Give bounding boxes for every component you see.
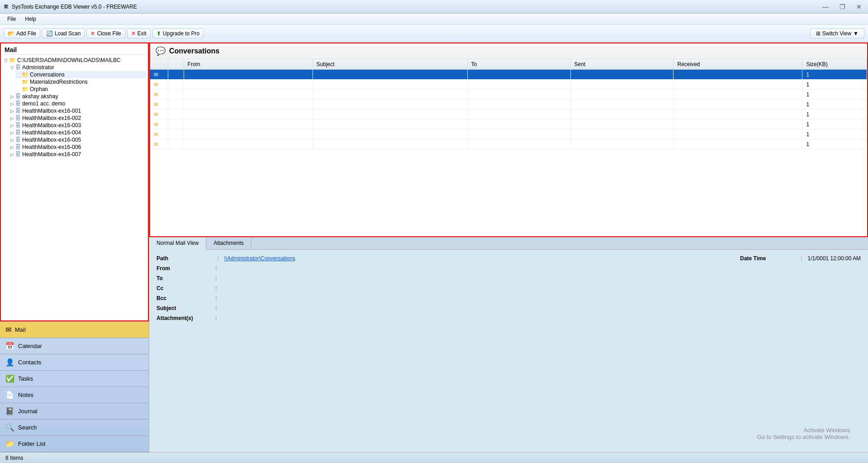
- table-container[interactable]: From Subject To Sent Received Size(KB) ✉: [150, 59, 867, 236]
- nav-search[interactable]: 🔍 Search: [0, 420, 149, 436]
- expand-akshay-icon: ▷: [9, 94, 15, 99]
- nav-journal[interactable]: 📓 Journal: [0, 403, 149, 420]
- nav-folder-list[interactable]: 📁 Folder List: [0, 436, 149, 452]
- cell-size: 1: [802, 129, 867, 139]
- minimize-button[interactable]: —: [820, 2, 831, 11]
- nav-mail[interactable]: ✉ Mail: [0, 322, 149, 338]
- close-file-label: Close File: [97, 30, 121, 37]
- cell-subject: [313, 90, 467, 100]
- load-scan-button[interactable]: 🔄 Load Scan: [42, 29, 85, 38]
- col-status[interactable]: [150, 59, 168, 70]
- cell-received: [674, 129, 802, 139]
- nav-tasks[interactable]: ✅ Tasks: [0, 371, 149, 387]
- table-row[interactable]: ✉ 1: [150, 119, 867, 129]
- tree-root-label: C:\USERS\ADMIN\DOWNLOADS\MAILBC: [17, 57, 121, 63]
- cell-subject: [313, 139, 467, 149]
- akshay-db-icon: 🗄: [15, 93, 21, 100]
- tree-node-conversations[interactable]: 📁 Conversations: [15, 71, 146, 78]
- cell-received: [674, 110, 802, 119]
- tree-node-orphan[interactable]: 📁 Orphan: [15, 86, 146, 93]
- cell-size: 1: [802, 90, 867, 100]
- to-label: To: [157, 275, 215, 282]
- col-size[interactable]: Size(KB): [802, 59, 867, 70]
- col-subject[interactable]: Subject: [313, 59, 467, 70]
- cell-from: [184, 139, 313, 149]
- right-panel: 💬 Conversations From Subject To Sent Rec…: [149, 43, 868, 452]
- col-from[interactable]: From: [184, 59, 313, 70]
- cell-received: [674, 100, 802, 110]
- nav-notes[interactable]: 📄 Notes: [0, 387, 149, 403]
- tree-node-health003[interactable]: ▷ 🗄 HealthMailbox-ex16-003: [9, 122, 146, 129]
- upgrade-button[interactable]: ⬆ Upgrade to Pro: [152, 29, 204, 38]
- cell-received: [674, 119, 802, 129]
- menu-help[interactable]: Help: [20, 15, 41, 23]
- tree-node-health005[interactable]: ▷ 🗄 HealthMailbox-ex16-005: [9, 136, 146, 143]
- conversations-label: Conversations: [30, 72, 65, 78]
- tree-node-health006[interactable]: ▷ 🗄 HealthMailbox-ex16-006: [9, 143, 146, 151]
- col-attach[interactable]: [168, 59, 184, 70]
- tree-node-health007[interactable]: ▷ 🗄 HealthMailbox-ex16-007: [9, 151, 146, 158]
- tree-node-health001[interactable]: ▷ 🗄 HealthMailbox-ex16-001: [9, 107, 146, 115]
- cell-subject: [313, 119, 467, 129]
- table-row[interactable]: ✉ 1: [150, 129, 867, 139]
- cell-to: [467, 110, 570, 119]
- table-row[interactable]: ✉ 1: [150, 100, 867, 110]
- toolbar: 📂 Add File 🔄 Load Scan ✕ Close File ✕ Ex…: [0, 24, 868, 43]
- exit-button[interactable]: ✕ Exit: [127, 29, 151, 38]
- table-row[interactable]: ✉ 1: [150, 139, 867, 149]
- cell-subject: [313, 80, 467, 90]
- tab-attachments[interactable]: Attachments: [206, 237, 251, 249]
- tree-header: Mail: [3, 45, 146, 55]
- tree-root[interactable]: ▽ 📁 C:\USERS\ADMIN\DOWNLOADS\MAILBC: [3, 57, 146, 64]
- preview-bcc-row: Bcc :: [157, 295, 861, 301]
- nav-contacts[interactable]: 👤 Contacts: [0, 354, 149, 371]
- col-sent[interactable]: Sent: [570, 59, 674, 70]
- attachments-label: Attachment(s): [157, 315, 215, 321]
- switch-view-button[interactable]: ⊞ Switch View ▼: [810, 29, 864, 38]
- subject-colon: :: [215, 305, 217, 311]
- table-row[interactable]: ✉ 1: [150, 110, 867, 119]
- nav-tasks-label: Tasks: [18, 375, 33, 382]
- close-button[interactable]: ✕: [854, 2, 864, 11]
- cell-sent: [570, 129, 674, 139]
- add-file-icon: 📂: [8, 30, 14, 37]
- maximize-button[interactable]: ❐: [837, 2, 848, 11]
- cell-size: 1: [802, 80, 867, 90]
- cell-email-icon: ✉: [150, 70, 168, 80]
- cell-email-icon: ✉: [150, 119, 168, 129]
- tree-node-akshay[interactable]: ▷ 🗄 akshay akshay: [9, 93, 146, 100]
- add-file-button[interactable]: 📂 Add File: [4, 29, 40, 38]
- nav-calendar[interactable]: 📅 Calendar: [0, 338, 149, 354]
- tree-node-administrator[interactable]: ▽ 🗄 Administrator: [9, 64, 146, 71]
- preview-from-row: From :: [157, 265, 861, 272]
- expand-h004-icon: ▷: [9, 130, 15, 135]
- table-row[interactable]: ✉ 1: [150, 80, 867, 90]
- tab-normal-mail-view[interactable]: Normal Mail View: [149, 237, 206, 250]
- preview-attachments-row: Attachment(s) :: [157, 315, 861, 321]
- table-row[interactable]: ✉ 1: [150, 70, 867, 80]
- load-scan-icon: 🔄: [46, 30, 53, 37]
- tree-node-health004[interactable]: ▷ 🗄 HealthMailbox-ex16-004: [9, 129, 146, 136]
- cell-attach: [168, 129, 184, 139]
- tree-expand-icon: ▽: [3, 58, 9, 63]
- table-row[interactable]: ✉ 1: [150, 90, 867, 100]
- attachments-colon: :: [215, 315, 217, 321]
- status-bar: 8 Items: [0, 452, 868, 463]
- cell-to: [467, 70, 570, 80]
- cell-size: 1: [802, 70, 867, 80]
- datetime-colon: :: [801, 255, 802, 262]
- close-file-button[interactable]: ✕ Close File: [86, 29, 125, 38]
- path-value[interactable]: \\Administrator\Conversations: [224, 255, 295, 262]
- from-label: From: [157, 265, 215, 272]
- tree-node-health002[interactable]: ▷ 🗄 HealthMailbox-ex16-002: [9, 115, 146, 122]
- menu-file[interactable]: File: [3, 15, 20, 23]
- folder-list-nav-icon: 📁: [5, 439, 14, 448]
- conversations-icon: 💬: [156, 46, 166, 56]
- nav-contacts-label: Contacts: [18, 359, 41, 366]
- tree-node-materialized[interactable]: 📁 MaterializedRestrictions: [15, 78, 146, 86]
- conversations-title: Conversations: [169, 47, 219, 55]
- tree-node-demo1[interactable]: ▷ 🗄 demo1 acc. demo: [9, 100, 146, 107]
- col-received[interactable]: Received: [674, 59, 802, 70]
- mat-folder-icon: 📁: [22, 79, 28, 85]
- col-to[interactable]: To: [467, 59, 570, 70]
